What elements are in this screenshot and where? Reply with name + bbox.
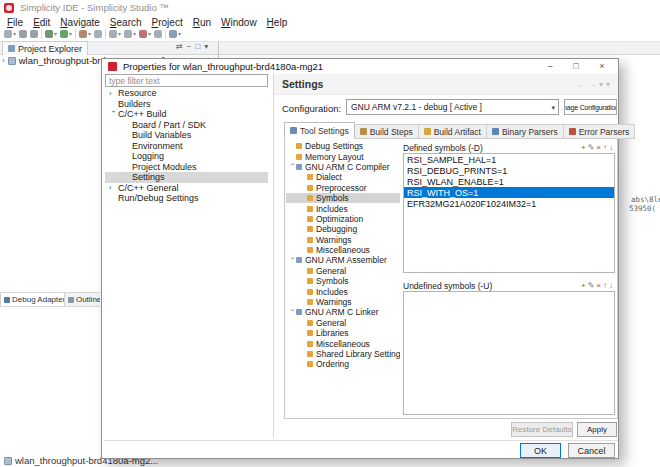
menu-item[interactable]: Window	[216, 17, 262, 28]
tab-tool-settings[interactable]: Tool Settings	[284, 122, 355, 139]
tool-icon-b[interactable]: ▾	[124, 30, 136, 38]
tool-tree-item[interactable]: › Symbols	[286, 276, 400, 286]
toolbar-icon[interactable]: ▾	[165, 29, 166, 39]
menu-item[interactable]: Project	[147, 17, 188, 28]
tool-tree-item[interactable]: › Includes	[286, 286, 400, 296]
tool-tree-item[interactable]: › General	[286, 318, 400, 328]
tool-tree-item[interactable]: › Symbols	[286, 193, 400, 203]
properties-tree-item[interactable]: › Resource	[105, 88, 268, 99]
tool-icon-a[interactable]: ▾	[109, 30, 121, 38]
save-icon[interactable]: ▾	[19, 30, 27, 38]
symbol-list-item[interactable]: EFR32MG21A020F1024IM32=1	[404, 198, 614, 209]
tool-tree-item[interactable]: › GNU ARM C Compiler	[286, 162, 400, 172]
menu-item[interactable]: File	[2, 17, 28, 28]
tool-tree-item[interactable]: › Miscellaneous	[286, 245, 400, 255]
link-editor-icon[interactable]: ⇄	[176, 43, 183, 51]
delete-icon[interactable]: ×	[596, 144, 601, 152]
expand-arrow-icon[interactable]: ›	[2, 57, 5, 65]
maximize-icon[interactable]: □	[568, 60, 584, 72]
properties-tree-item[interactable]: › C/C++ General	[105, 183, 268, 194]
properties-tree-item[interactable]: › Settings	[105, 172, 268, 183]
symbol-list-item[interactable]: RSI_WLAN_ENABLE=1	[404, 176, 614, 187]
run-icon[interactable]: ▾	[60, 30, 72, 38]
edit-icon[interactable]: ✎	[588, 144, 595, 152]
tool-tree-item[interactable]: › General	[286, 266, 400, 276]
restore-defaults-button[interactable]: Restore Defaults	[511, 422, 573, 437]
menu-item[interactable]: Edit	[28, 17, 55, 28]
tool-tree-item[interactable]: › Includes	[286, 203, 400, 213]
manage-configurations-button[interactable]: Manage Configurations...	[564, 99, 617, 115]
perspective-icon[interactable]: ▾	[169, 30, 181, 38]
properties-tree-item[interactable]: › Run/Debug Settings	[105, 193, 268, 204]
add-icon[interactable]: +	[581, 282, 586, 290]
properties-tree-item[interactable]: › Builders	[105, 99, 268, 110]
collapse-icon[interactable]: ▾	[599, 80, 603, 89]
symbol-list-item[interactable]: RSI_DEBUG_PRINTS=1	[404, 165, 614, 176]
tool-tree-item[interactable]: › Shared Library Settings	[286, 349, 400, 359]
forward-icon[interactable]: →	[588, 80, 596, 89]
properties-tree-item[interactable]: › Logging	[105, 151, 268, 162]
properties-tree-item[interactable]: › Project Modules	[105, 162, 268, 173]
tool-icon-d[interactable]: ▾	[154, 30, 162, 38]
symbol-list-item[interactable]: RSI_WITH_OS=1	[404, 187, 614, 198]
properties-tree-item[interactable]: › C/C++ Build	[105, 109, 268, 120]
minimize-icon[interactable]: –	[542, 60, 558, 72]
save-all-icon[interactable]: ▾	[30, 30, 38, 38]
tool-tree-item[interactable]: › Debug Settings	[286, 141, 400, 151]
tool-tree-item[interactable]: › Preprocessor	[286, 183, 400, 193]
delete-icon[interactable]: ×	[596, 282, 601, 290]
collapse-all-icon[interactable]: −	[187, 43, 192, 51]
properties-tree-item[interactable]: › Build Variables	[105, 130, 268, 141]
menu-item[interactable]: Search	[105, 17, 147, 28]
symbol-list-item[interactable]: RSI_SAMPLE_HAL=1	[404, 154, 614, 165]
tool-tree-item[interactable]: › Memory Layout	[286, 151, 400, 161]
move-down-icon[interactable]: ↓	[609, 144, 613, 152]
toolbar-icon[interactable]: ▾	[105, 29, 106, 39]
project-explorer-tab[interactable]: Project Explorer	[2, 41, 88, 55]
move-up-icon[interactable]: ↑	[603, 282, 607, 290]
apply-button[interactable]: Apply	[577, 422, 617, 437]
pane-divider[interactable]	[273, 73, 274, 438]
move-up-icon[interactable]: ↑	[603, 144, 607, 152]
configuration-select[interactable]: GNU ARM v7.2.1 - debug [ Active ] ▾	[346, 99, 559, 115]
menu-item[interactable]: Help	[262, 17, 293, 28]
tool-tree-item[interactable]: › Ordering	[286, 359, 400, 369]
tool-icon-c[interactable]: ▾	[139, 30, 151, 38]
search-icon[interactable]: ▾	[94, 30, 102, 38]
new-dropdown-icon[interactable]: ▾	[4, 30, 16, 38]
move-down-icon[interactable]: ↓	[609, 282, 613, 290]
tab-binary-parsers[interactable]: Binary Parsers	[487, 124, 564, 139]
build-icon[interactable]: ▾	[79, 30, 91, 38]
tool-tree-item[interactable]: › Dialect	[286, 172, 400, 182]
tab-build-steps[interactable]: Build Steps	[355, 124, 419, 139]
view-menu-icon[interactable]: ▾	[204, 43, 208, 51]
toolbar-icon[interactable]: ▾	[41, 29, 42, 39]
tool-tree-item[interactable]: › Libraries	[286, 328, 400, 338]
view-menu-icon[interactable]: ▾	[606, 80, 610, 89]
ok-button[interactable]: OK	[520, 443, 561, 458]
properties-tree-item[interactable]: › Environment	[105, 141, 268, 152]
edit-icon[interactable]: ✎	[588, 282, 595, 290]
debug-icon[interactable]: ▾	[45, 30, 57, 38]
tool-tree-item[interactable]: › Warnings	[286, 235, 400, 245]
add-icon[interactable]: +	[581, 144, 586, 152]
tab-debug-adapters[interactable]: Debug Adapters	[0, 293, 65, 306]
tool-tree-item[interactable]: › Miscellaneous	[286, 338, 400, 348]
tool-tree-item[interactable]: › Optimization	[286, 214, 400, 224]
properties-tree-item[interactable]: › Board / Part / SDK	[105, 120, 268, 131]
tab-outline[interactable]: Outline	[65, 293, 100, 306]
tool-tree-item[interactable]: › Warnings	[286, 297, 400, 307]
tab-error-parsers[interactable]: Error Parsers	[564, 124, 636, 139]
toolbar-icon[interactable]: ▾	[75, 29, 76, 39]
back-icon[interactable]: ←	[577, 80, 585, 89]
cancel-button[interactable]: Cancel	[568, 443, 615, 458]
menu-item[interactable]: Navigate	[55, 17, 104, 28]
close-icon[interactable]: ×	[594, 60, 610, 72]
tool-tree-item[interactable]: › GNU ARM C Linker	[286, 307, 400, 317]
tool-tree-item[interactable]: › GNU ARM Assembler	[286, 255, 400, 265]
tool-tree-item[interactable]: › Debugging	[286, 224, 400, 234]
filter-input[interactable]	[105, 74, 268, 87]
menu-item[interactable]: Run	[188, 17, 216, 28]
tab-build-artifact[interactable]: Build Artifact	[419, 124, 487, 139]
maximize-view-icon[interactable]: □	[195, 43, 200, 51]
